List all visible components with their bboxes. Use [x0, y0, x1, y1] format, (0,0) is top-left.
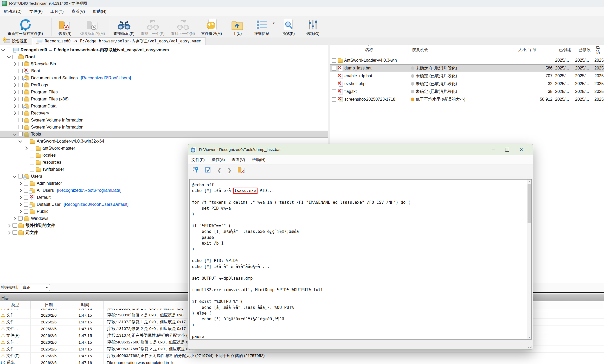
table-row[interactable]: AntSword-Loader-v4.0.3-win2025/...2025/.… [330, 56, 604, 64]
scroll-up-icon[interactable]: ▲ [527, 180, 531, 183]
tree-item[interactable]: Tools [0, 131, 328, 138]
tree-checkbox[interactable] [30, 167, 34, 171]
expand-icon[interactable] [24, 146, 28, 150]
menu-item-3[interactable]: 查看(V) [68, 7, 89, 16]
tree-checkbox[interactable] [24, 195, 28, 200]
expand-icon[interactable] [12, 83, 17, 87]
tree-checkbox[interactable] [7, 48, 11, 52]
menu-item-0[interactable]: 驱动器(D) [0, 7, 25, 16]
collapse-icon[interactable] [12, 132, 17, 136]
expand-icon[interactable] [18, 209, 22, 214]
file-checkbox[interactable] [332, 58, 336, 63]
column-header-chance[interactable]: 恢复机会 [408, 45, 500, 55]
tree-checkbox[interactable] [24, 209, 28, 214]
expand-icon[interactable] [18, 202, 22, 207]
table-row[interactable]: ✕dump_lass.bat未确定 (已取消片段化)5862025/...202… [330, 64, 604, 72]
mark-file-button[interactable] [205, 166, 211, 174]
tree-checkbox[interactable] [12, 230, 17, 235]
sort-dropdown[interactable]: 真正 [21, 284, 50, 291]
tree-checkbox[interactable] [18, 62, 23, 66]
collapse-icon[interactable] [12, 174, 17, 178]
file-checkbox[interactable] [332, 74, 336, 78]
expand-icon[interactable] [12, 111, 17, 115]
tree-item-link[interactable]: [Recognized0\Root\ProgramData] [57, 188, 121, 193]
reopen-all-files-button[interactable]: 重新打开所有文件(R) [0, 16, 50, 37]
tree-checkbox[interactable] [18, 83, 23, 87]
collapse-icon[interactable] [18, 139, 22, 143]
tree-checkbox[interactable] [18, 111, 23, 115]
tree-checkbox[interactable] [12, 55, 17, 59]
file-mask-button[interactable]: 文件掩码(M) [198, 16, 225, 37]
tree-checkbox[interactable] [18, 118, 23, 122]
find-mark-button[interactable]: 查找/标记(F) [110, 16, 138, 37]
viewer-content[interactable]: @echo offecho [*] æ£å¨è·å lsass.exe PID.… [189, 179, 532, 340]
details-view-button[interactable]: 详细信息 [249, 16, 274, 37]
viewer-title-bar[interactable]: R-Viewer - Recognized0\Tools\dump_lass.b… [188, 144, 533, 155]
goto-position-button[interactable] [192, 166, 199, 174]
expand-icon[interactable] [18, 188, 22, 193]
tree-checkbox[interactable] [30, 153, 34, 157]
tree-checkbox[interactable] [24, 181, 28, 186]
tree-item[interactable]: Root [0, 53, 328, 60]
tree-item[interactable]: Documents and Settings[Recognized0\Root\… [0, 74, 328, 81]
resize-grip[interactable] [528, 345, 531, 348]
tree-item[interactable]: System Volume Information [0, 124, 328, 131]
tree-checkbox[interactable] [18, 90, 23, 94]
expand-icon[interactable] [12, 76, 17, 80]
tree-item[interactable]: ProgramData [0, 103, 328, 110]
tree-item[interactable]: Program Files [0, 88, 328, 95]
tree-item-link[interactable]: [Recognized0\Root\Users] [81, 75, 131, 80]
column-header-created[interactable]: 已创建 [555, 45, 575, 55]
column-header-accessed[interactable]: 已访 [594, 45, 604, 55]
tree-item[interactable]: PerfLogs [0, 81, 328, 88]
expand-icon[interactable] [18, 181, 22, 186]
preview-button[interactable]: 预览(P) [276, 16, 301, 37]
file-checkbox[interactable] [332, 66, 336, 71]
collapse-icon[interactable] [7, 55, 11, 59]
tree-item[interactable]: Recovery [0, 110, 328, 117]
tree-checkbox[interactable] [18, 104, 23, 108]
tab-recognized-volume[interactable]: Rec.Recognized0 -> F:/edge browser/solar… [32, 37, 206, 45]
expand-icon[interactable] [12, 90, 17, 94]
menu-item-1[interactable]: 文件(F) [25, 7, 47, 16]
table-row[interactable]: ✕ezshell.php未确定 (已取消片段化)322025/...2025/.… [330, 80, 604, 88]
tree-checkbox[interactable] [18, 76, 23, 80]
maximize-icon[interactable] [505, 148, 509, 152]
tree-checkbox[interactable] [18, 69, 23, 73]
minimize-icon[interactable]: – [492, 147, 494, 152]
file-checkbox[interactable] [332, 82, 336, 86]
tree-item-link[interactable]: [Recognized0\Root\Users\Default] [64, 202, 128, 207]
table-row[interactable]: ✕flag.txt未确定 (已取消片段化)352025/...2025/...2… [330, 88, 604, 95]
scrollbar-thumb[interactable] [528, 184, 531, 223]
tree-checkbox[interactable] [18, 97, 23, 101]
tree-item[interactable]: ✕Boot [0, 67, 328, 74]
tree-checkbox[interactable] [18, 125, 23, 129]
column-header-modified[interactable]: 已修改 [575, 45, 594, 55]
tree-checkbox[interactable] [30, 146, 34, 150]
scroll-down-icon[interactable]: ▼ [527, 336, 531, 339]
collapse-icon[interactable] [1, 48, 5, 52]
tree-item[interactable]: Rec.Recognized0 → F:/edge browser/solar-… [0, 46, 328, 53]
expand-icon[interactable] [7, 223, 11, 228]
tree-item[interactable]: $Recycle.Bin [0, 60, 328, 67]
tree-checkbox[interactable] [24, 139, 28, 143]
tree-item[interactable]: Program Files (x86) [0, 95, 328, 103]
tree-item[interactable]: System Volume Information [0, 117, 328, 124]
tree-checkbox[interactable] [24, 188, 28, 193]
tree-checkbox[interactable] [30, 160, 34, 164]
viewer-recover-button[interactable] [237, 166, 246, 175]
tree-checkbox[interactable] [12, 223, 17, 228]
file-checkbox[interactable] [332, 97, 336, 102]
close-icon[interactable]: ✕ [519, 147, 523, 152]
tab-device-view[interactable]: 设备视图 [0, 37, 32, 45]
chevron-down-icon[interactable]: ▼ [272, 22, 275, 25]
menu-item-2[interactable]: 工具(T) [47, 7, 68, 16]
viewer-scrollbar[interactable]: ▲ ▼ [527, 180, 531, 339]
tree-checkbox[interactable] [18, 216, 23, 221]
expand-icon[interactable] [12, 216, 17, 221]
file-checkbox[interactable] [332, 90, 336, 94]
viewer-menu-item-2[interactable]: 查看(V) [228, 156, 248, 164]
column-header-size[interactable]: 大小, 字节 [500, 45, 555, 55]
tree-checkbox[interactable] [18, 174, 23, 178]
up-button[interactable]: 上(U) [225, 16, 249, 37]
